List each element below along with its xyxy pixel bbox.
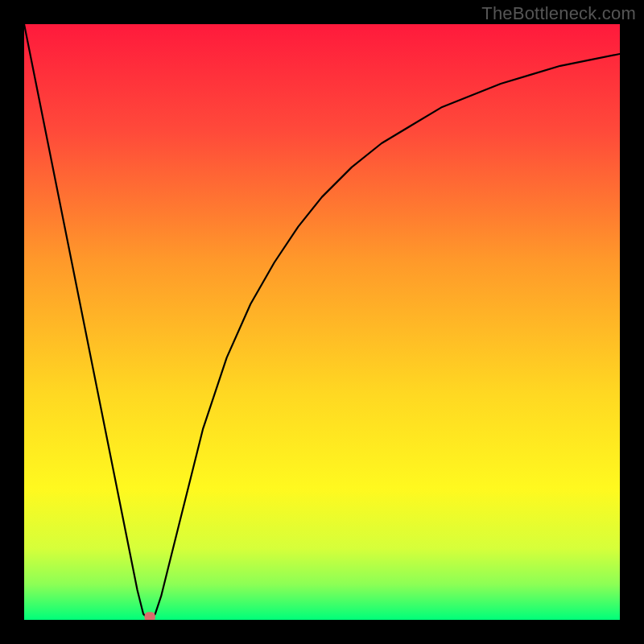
watermark-text: TheBottleneck.com	[481, 3, 636, 24]
chart-svg	[24, 24, 620, 620]
chart-frame: TheBottleneck.com	[0, 0, 644, 644]
gradient-background	[24, 24, 620, 620]
optimal-marker	[144, 612, 155, 620]
plot-area	[24, 24, 620, 620]
